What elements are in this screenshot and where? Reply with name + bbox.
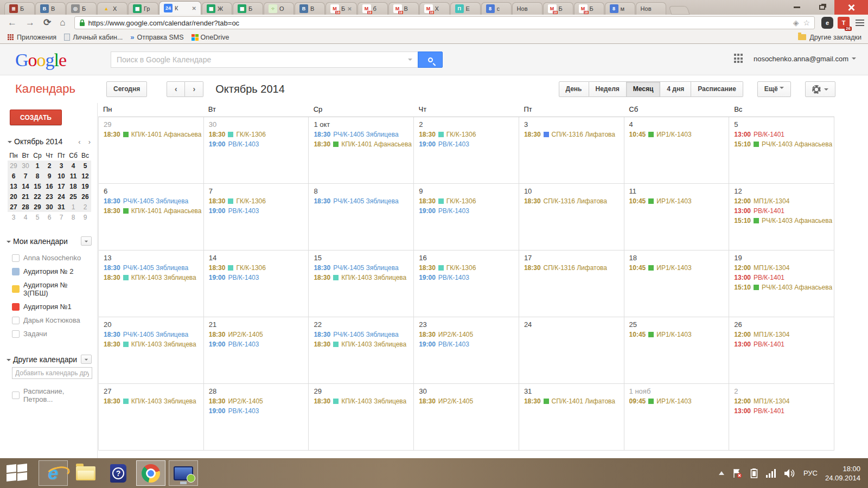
calendar-event[interactable]: 18:30КП/К-1401 Афанасьева xyxy=(314,140,412,149)
mini-day[interactable]: 4 xyxy=(67,160,79,171)
bookmark-item[interactable]: Личный кабин... xyxy=(64,34,123,41)
browser-tab[interactable]: M18Б xyxy=(543,2,573,15)
day-cell[interactable]: 918:30ГК/К-130619:00РВ/К-1403 xyxy=(414,184,519,250)
calendar-list-item[interactable]: Аудитория № 3(ПБШ) xyxy=(7,278,92,300)
day-cell[interactable]: 1618:30ГК/К-130619:00РВ/К-1403 xyxy=(414,251,519,317)
browser-tab[interactable]: M18Х xyxy=(419,2,450,15)
view-button-4 дня[interactable]: 4 дня xyxy=(660,81,691,97)
calendar-event[interactable]: 15:10РЧ/К-1403 Афанасьева xyxy=(734,283,833,292)
calendar-event[interactable]: 10:45ИР1/К-1403 xyxy=(629,264,728,273)
calendar-event[interactable]: 18:30РЧ/К-1405 Зяблицева xyxy=(314,264,412,273)
day-cell[interactable]: 1810:45ИР1/К-1403 xyxy=(624,251,730,317)
calendar-event[interactable]: 18:30КП/К-1403 Зяблицева xyxy=(314,340,412,349)
calendar-list-item[interactable]: Расписание, Петров... xyxy=(7,384,92,406)
mini-day[interactable]: 16 xyxy=(43,181,55,191)
calendar-event[interactable]: 18:30КП/К-1401 Афанасьева xyxy=(104,130,202,139)
forward-button[interactable]: → xyxy=(21,15,39,31)
browser-tab[interactable]: M18Б xyxy=(574,2,604,15)
browser-tab[interactable]: ВВ xyxy=(35,2,66,15)
calendar-event[interactable]: 18:30РЧ/К-1405 Зяблицева xyxy=(314,130,412,139)
day-cell[interactable]: 218:30ГК/К-130619:00РВ/К-1403 xyxy=(414,117,519,183)
calendar-list-item[interactable]: Аудитория № 2 xyxy=(7,265,92,278)
mini-day[interactable]: 2 xyxy=(43,160,55,171)
day-cell[interactable]: 1018:30СП/К-1316 Лифатова xyxy=(519,184,624,250)
mini-day[interactable]: 12 xyxy=(79,171,91,181)
battery-icon[interactable] xyxy=(750,468,758,479)
new-tab-button[interactable] xyxy=(668,6,690,15)
mini-day[interactable]: 18 xyxy=(67,181,79,191)
calendar-event[interactable]: 10:45ИР1/К-1403 xyxy=(629,330,728,339)
help-taskbar-icon[interactable]: ? xyxy=(104,460,133,486)
browser-tab[interactable]: ПЕ xyxy=(450,2,481,15)
day-cell[interactable]: 3018:30ГК/К-130619:00РВ/К-1403 xyxy=(204,117,309,183)
browser-tab[interactable]: 8с xyxy=(481,2,512,15)
account-menu[interactable]: nosochenko.anna@gmail.com xyxy=(754,55,856,63)
mini-day[interactable]: 5 xyxy=(79,160,91,171)
calendar-event[interactable]: 12:00МП1/К-1304 xyxy=(734,197,833,206)
browser-tab[interactable]: 8м xyxy=(605,2,635,15)
create-event-button[interactable]: СОЗДАТЬ xyxy=(10,110,62,125)
calendar-event[interactable]: 13:00РВ/К-1401 xyxy=(734,340,833,349)
calendar-list-item[interactable]: Аудитория №1 xyxy=(7,300,92,313)
back-button[interactable]: ← xyxy=(3,15,21,31)
day-cell[interactable]: 1912:00МП1/К-130413:00РВ/К-140115:10РЧ/К… xyxy=(729,251,834,317)
day-cell[interactable]: 2818:30ИР2/К-140519:00РВ/К-1403 xyxy=(204,384,309,450)
google-apps-grid-icon[interactable] xyxy=(734,54,744,63)
browser-tab[interactable]: ≣Б xyxy=(4,2,35,15)
calendar-event[interactable]: 18:30СП/К-1316 Лифатова xyxy=(524,130,623,139)
ie-taskbar-icon[interactable]: e xyxy=(39,460,68,486)
mini-day[interactable]: 15 xyxy=(31,181,43,191)
home-button[interactable]: ⌂ xyxy=(55,15,69,31)
calendar-event[interactable]: 13:00РВ/К-1401 xyxy=(734,273,833,282)
mini-day[interactable]: 7 xyxy=(55,212,67,222)
browser-tab[interactable]: ВВ xyxy=(295,2,325,15)
mini-day[interactable]: 1 xyxy=(31,160,43,171)
mini-day[interactable]: 31 xyxy=(55,202,67,212)
calendar-event[interactable]: 19:00РВ/К-1403 xyxy=(209,207,308,216)
close-window-button[interactable] xyxy=(834,0,868,15)
mini-day[interactable]: 11 xyxy=(67,171,79,181)
calendar-event[interactable]: 13:00РВ/К-1401 xyxy=(734,207,833,216)
calendar-event[interactable]: 18:30СП/К-1316 Лифатова xyxy=(524,264,623,273)
reload-button[interactable]: ⟳ xyxy=(39,15,55,31)
calendar-event[interactable]: 10:45ИР1/К-1403 xyxy=(629,130,728,139)
calendar-search-input[interactable] xyxy=(111,52,418,68)
calendar-event[interactable]: 10:45ИР1/К-1403 xyxy=(629,197,728,206)
calendar-event[interactable]: 09:45ИР1/К-1403 xyxy=(629,397,728,406)
calendar-event[interactable]: 12:00МП1/К-1304 xyxy=(734,264,833,273)
day-cell[interactable]: 513:00РВ/К-140115:10РЧ/К-1403 Афанасьева xyxy=(729,117,834,183)
day-cell[interactable]: 1718:30СП/К-1316 Лифатова xyxy=(519,251,624,317)
today-button[interactable]: Сегодня xyxy=(106,81,147,97)
day-cell[interactable]: 2318:30ИР2/К-140519:00РВ/К-1403 xyxy=(414,317,519,383)
mini-day[interactable]: 22 xyxy=(31,191,43,202)
collapse-triangle-icon[interactable] xyxy=(8,141,12,145)
rdp-taskbar-icon[interactable] xyxy=(169,460,198,486)
mini-day[interactable]: 29 xyxy=(8,160,20,171)
settings-button[interactable] xyxy=(805,81,835,97)
tab-close-icon[interactable]: ✕ xyxy=(347,6,352,12)
evernote-extension-icon[interactable]: e xyxy=(821,17,833,29)
add-friend-calendar-input[interactable] xyxy=(12,367,92,379)
collapse-triangle-icon[interactable] xyxy=(7,359,11,363)
day-cell[interactable]: 2718:30КП/К-1403 Зяблицева xyxy=(98,384,204,450)
calendar-event[interactable]: 13:00РВ/К-1401 xyxy=(734,130,833,139)
day-cell[interactable]: 2218:30РЧ/К-1405 Зяблицева18:30КП/К-1403… xyxy=(309,317,414,383)
calendar-event[interactable]: 18:30КП/К-1403 Зяблицева xyxy=(104,397,202,406)
browser-tab[interactable]: Нов xyxy=(636,2,666,15)
calendar-event[interactable]: 13:00РВ/К-1401 xyxy=(734,407,833,416)
mini-day[interactable]: 4 xyxy=(20,212,31,222)
mini-day[interactable]: 27 xyxy=(8,202,20,212)
calendar-event[interactable]: 18:30ИР2/К-1405 xyxy=(419,330,518,339)
calendar-event[interactable]: 18:30РЧ/К-1405 Зяблицева xyxy=(104,197,202,206)
google-logo[interactable]: Google xyxy=(15,50,66,70)
day-cell[interactable]: 1318:30РЧ/К-1405 Зяблицева18:30КП/К-1403… xyxy=(98,251,204,317)
mini-day[interactable]: 1 xyxy=(67,202,79,212)
other-bookmarks-button[interactable]: Другие закладки xyxy=(798,34,861,41)
tab-close-icon[interactable]: ✕ xyxy=(192,5,196,11)
taskbar-clock[interactable]: 18:00 24.09.2014 xyxy=(825,464,860,483)
chrome-menu-button[interactable] xyxy=(854,17,866,29)
mini-day[interactable]: 6 xyxy=(8,171,20,181)
bookmark-item[interactable]: Приложения xyxy=(8,34,56,41)
calendar-event[interactable]: 18:30ГК/К-1306 xyxy=(209,264,308,273)
bookmark-star-icon[interactable]: ☆ xyxy=(803,18,810,27)
